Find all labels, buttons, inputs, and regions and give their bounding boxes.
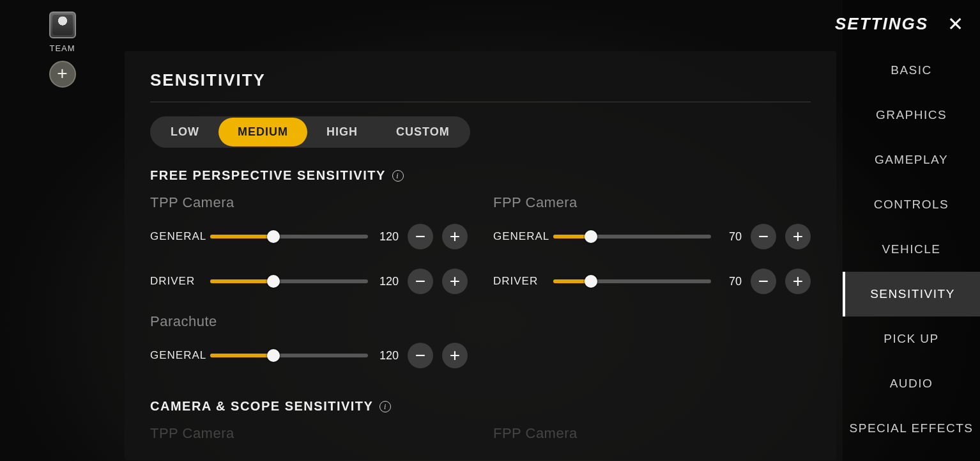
team-label: TEAM [49,43,75,53]
tpp-driver-row: DRIVER 120 − + [150,269,468,294]
nav-vehicle[interactable]: VEHICLE [843,227,980,272]
fpp-general-value: 70 [720,230,742,244]
left-team-column: TEAM + [0,0,125,461]
fpp-general-row: GENERAL 70 − + [493,224,811,249]
parachute-general-row: GENERAL 120 − + [150,343,468,368]
fpp-driver-minus[interactable]: − [751,269,776,294]
tpp-driver-label: DRIVER [150,275,201,288]
tpp-general-label: GENERAL [150,230,201,243]
preset-low[interactable]: LOW [151,118,218,146]
main-area: SENSITIVITY LOW MEDIUM HIGH CUSTOM FREE … [125,0,843,461]
team-avatar[interactable] [49,12,76,38]
fpp-driver-value: 70 [720,275,742,288]
section-free-perspective: FREE PERSPECTIVE SENSITIVITY i [150,168,811,183]
fpp-general-minus[interactable]: − [751,224,776,249]
tpp-camera-title: TPP Camera [150,194,468,211]
fpp-driver-slider[interactable] [553,279,711,283]
nav-gameplay[interactable]: GAMEPLAY [843,137,980,182]
nav-pickup[interactable]: PICK UP [843,316,980,361]
fpp-camera-title-2: FPP Camera [493,425,811,442]
fpp-driver-label: DRIVER [493,275,544,288]
nav-controls[interactable]: CONTROLS [843,182,980,227]
fpp-driver-row: DRIVER 70 − + [493,269,811,294]
nav-graphics[interactable]: GRAPHICS [843,93,980,137]
info-icon[interactable]: i [392,170,404,182]
tpp-driver-plus[interactable]: + [442,269,468,294]
section-camera-scope-label: CAMERA & SCOPE SENSITIVITY [150,399,373,414]
tpp-general-value: 120 [377,230,399,244]
preset-custom[interactable]: CUSTOM [377,118,469,146]
preset-medium[interactable]: MEDIUM [218,118,307,146]
nav-sensitivity[interactable]: SENSITIVITY [843,272,980,316]
parachute-general-minus[interactable]: − [408,343,433,368]
parachute-general-plus[interactable]: + [442,343,468,368]
sensitivity-panel: SENSITIVITY LOW MEDIUM HIGH CUSTOM FREE … [125,51,836,460]
fpp-general-label: GENERAL [493,230,544,243]
nav-audio[interactable]: AUDIO [843,361,980,406]
fpp-general-plus[interactable]: + [785,224,811,249]
parachute-general-value: 120 [377,349,399,363]
tpp-general-plus[interactable]: + [442,224,468,249]
section-free-perspective-label: FREE PERSPECTIVE SENSITIVITY [150,168,386,183]
tpp-driver-value: 120 [377,275,399,288]
fpp-column: FPP Camera GENERAL 70 − + DRIVER [493,194,811,387]
tpp-driver-slider[interactable] [210,279,368,283]
preset-high[interactable]: HIGH [307,118,377,146]
tpp-column: TPP Camera GENERAL 120 − + DRIVER [150,194,468,387]
tpp-general-minus[interactable]: − [408,224,433,249]
add-teammate-button[interactable]: + [49,61,76,88]
parachute-title: Parachute [150,313,468,330]
nav-basic[interactable]: BASIC [843,48,980,93]
settings-nav: SETTINGS ✕ BASIC GRAPHICS GAMEPLAY CONTR… [843,0,980,461]
nav-special-effects[interactable]: SPECIAL EFFECTS [843,406,980,451]
fpp-general-slider[interactable] [553,235,711,238]
tpp-camera-title-2: TPP Camera [150,425,468,442]
parachute-general-label: GENERAL [150,349,201,362]
tpp-general-row: GENERAL 120 − + [150,224,468,249]
section-camera-scope: CAMERA & SCOPE SENSITIVITY i [150,399,811,414]
panel-title: SENSITIVITY [150,70,811,102]
preset-group: LOW MEDIUM HIGH CUSTOM [150,116,470,148]
tpp-driver-minus[interactable]: − [408,269,433,294]
fpp-camera-title: FPP Camera [493,194,811,211]
tpp-general-slider[interactable] [210,235,368,238]
settings-title: SETTINGS [835,14,928,34]
fpp-driver-plus[interactable]: + [785,269,811,294]
info-icon[interactable]: i [379,401,391,412]
close-icon[interactable]: ✕ [947,15,963,34]
parachute-general-slider[interactable] [210,354,368,357]
